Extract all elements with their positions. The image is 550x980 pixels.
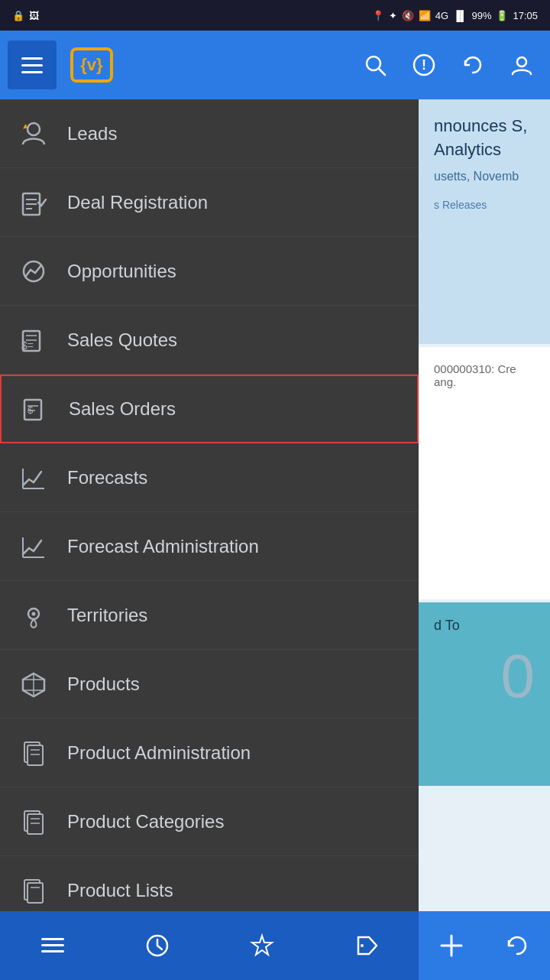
sales-quotes-label: Sales Quotes: [67, 329, 177, 351]
right-content-area: nnounces S, Analytics usetts, Novemb s R…: [419, 99, 550, 980]
bottom-add-button[interactable]: [429, 923, 474, 969]
card-detail-text: 000000310: Cre ang.: [434, 362, 535, 388]
news-location: usetts, Novemb: [434, 170, 535, 183]
sales-quotes-icon: $=: [15, 322, 52, 359]
main-area: Leads Deal Registration: [0, 99, 550, 980]
sidebar-item-territories[interactable]: Territories: [0, 581, 419, 650]
info-button[interactable]: !: [403, 44, 445, 86]
sidebar-item-sales-orders[interactable]: $ Sales Orders: [0, 375, 419, 443]
teal-number: 0: [434, 641, 535, 712]
content-card-news: nnounces S, Analytics usetts, Novemb s R…: [419, 99, 550, 344]
product-categories-label: Product Categories: [67, 811, 224, 832]
bottom-tag-button[interactable]: [344, 923, 390, 969]
svg-point-50: [361, 944, 364, 947]
deal-registration-label: Deal Registration: [67, 192, 208, 213]
bottom-refresh-button[interactable]: [494, 923, 540, 969]
leads-icon: [15, 115, 52, 152]
sidebar-item-product-categories[interactable]: Product Categories: [0, 787, 419, 856]
sidebar-item-sales-quotes[interactable]: $= Sales Quotes: [0, 306, 419, 375]
territories-icon: [15, 597, 52, 634]
forecasts-label: Forecasts: [67, 467, 147, 488]
hamburger-button[interactable]: [8, 41, 57, 89]
products-label: Products: [67, 673, 140, 695]
product-lists-icon: [15, 872, 52, 909]
status-bar: 🔒 🖼 📍 ✦ 🔇 📶 4G ▐▌ 99% 🔋 17:05: [0, 0, 550, 31]
product-administration-icon: [15, 735, 52, 771]
opportunities-label: Opportunities: [67, 261, 176, 282]
svg-text:{v}: {v}: [80, 55, 103, 74]
content-card-detail: 000000310: Cre ang.: [419, 347, 550, 599]
nav-bar-right: !: [354, 44, 542, 86]
bottom-menu-button[interactable]: [30, 923, 76, 969]
news-title: nnounces S, Analytics: [434, 115, 535, 162]
status-bar-right: 📍 ✦ 🔇 📶 4G ▐▌ 99% 🔋 17:05: [372, 10, 538, 21]
profile-button[interactable]: [501, 44, 542, 86]
products-icon: [15, 666, 52, 703]
sidebar-item-products[interactable]: Products: [0, 650, 419, 719]
svg-point-6: [517, 57, 526, 67]
forecasts-icon: [15, 459, 52, 496]
hamburger-line-2: [21, 64, 43, 67]
status-bar-left: 🔒 🖼: [12, 10, 39, 21]
hamburger-line-1: [21, 57, 43, 60]
sidebar-item-opportunities[interactable]: Opportunities: [0, 237, 419, 306]
wifi-icon: 📶: [419, 10, 431, 21]
location-icon: 📍: [372, 10, 384, 21]
svg-line-3: [379, 69, 385, 75]
svg-point-7: [28, 123, 40, 135]
nav-bar: {v} !: [0, 31, 550, 99]
app-logo: {v}: [69, 46, 115, 84]
forecast-administration-label: Forecast Administration: [67, 536, 259, 557]
bottom-bar-right: [419, 911, 550, 980]
battery-icon: 🔋: [496, 10, 508, 21]
svg-line-47: [157, 946, 162, 949]
forecast-administration-icon: [15, 528, 52, 565]
sidebar-item-leads[interactable]: Leads: [0, 99, 419, 168]
battery-label: 99%: [471, 10, 491, 21]
mute-icon: 🔇: [402, 10, 414, 21]
lock-icon: 🔒: [12, 10, 24, 21]
opportunities-icon: [15, 253, 52, 290]
bottom-clock-button[interactable]: [134, 923, 180, 969]
svg-rect-44: [41, 950, 64, 952]
sidebar-item-product-administration[interactable]: Product Administration: [0, 719, 419, 787]
sidebar-item-product-lists[interactable]: Product Lists: [0, 856, 419, 911]
image-icon: 🖼: [29, 10, 39, 21]
bottom-bar-left: [0, 911, 419, 980]
signal-label: 4G: [435, 10, 448, 21]
hamburger-line-3: [21, 71, 43, 73]
sidebar-item-deal-registration[interactable]: Deal Registration: [0, 168, 419, 237]
svg-rect-43: [41, 944, 64, 946]
svg-marker-48: [252, 936, 272, 955]
product-administration-label: Product Administration: [67, 742, 251, 764]
svg-rect-40: [28, 883, 43, 903]
svg-rect-42: [41, 938, 64, 940]
sidebar: Leads Deal Registration: [0, 99, 419, 911]
teal-label: d To: [434, 618, 535, 634]
product-lists-label: Product Lists: [67, 880, 173, 901]
content-card-teal: d To 0: [419, 602, 550, 786]
search-button[interactable]: [354, 44, 396, 86]
territories-label: Territories: [67, 605, 147, 626]
svg-point-26: [32, 612, 36, 615]
signal-bars-icon: ▐▌: [453, 10, 467, 21]
sidebar-item-forecasts[interactable]: Forecasts: [0, 443, 419, 512]
bottom-bar: [0, 911, 550, 980]
svg-text:!: !: [422, 57, 426, 73]
time-display: 17:05: [513, 10, 538, 21]
sales-orders-icon: $: [17, 391, 53, 427]
refresh-button[interactable]: [452, 44, 493, 86]
svg-rect-32: [28, 745, 43, 765]
sidebar-item-forecast-administration[interactable]: Forecast Administration: [0, 512, 419, 581]
leads-label: Leads: [67, 123, 117, 144]
sales-orders-label: Sales Orders: [69, 398, 176, 420]
bluetooth-icon: ✦: [389, 10, 397, 21]
product-categories-icon: [15, 803, 52, 840]
svg-text:$=: $=: [21, 339, 34, 352]
nav-bar-left: {v}: [8, 41, 115, 89]
svg-rect-36: [28, 814, 43, 834]
news-tag: s Releases: [434, 199, 535, 211]
bottom-star-button[interactable]: [239, 923, 285, 969]
deal-registration-icon: [15, 184, 52, 221]
